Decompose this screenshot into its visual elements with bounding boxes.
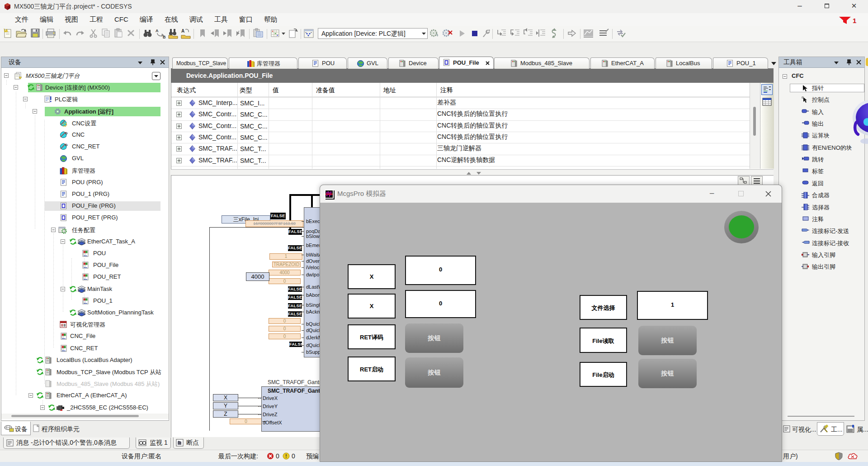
svg-text:B: B bbox=[163, 35, 166, 39]
svg-text:A: A bbox=[156, 29, 159, 33]
svg-text:G: G bbox=[65, 132, 68, 135]
svg-text:1: 1 bbox=[853, 17, 856, 24]
svg-text:!: ! bbox=[285, 453, 287, 459]
svg-text:G: G bbox=[65, 143, 68, 147]
svg-text:A: A bbox=[181, 29, 184, 33]
